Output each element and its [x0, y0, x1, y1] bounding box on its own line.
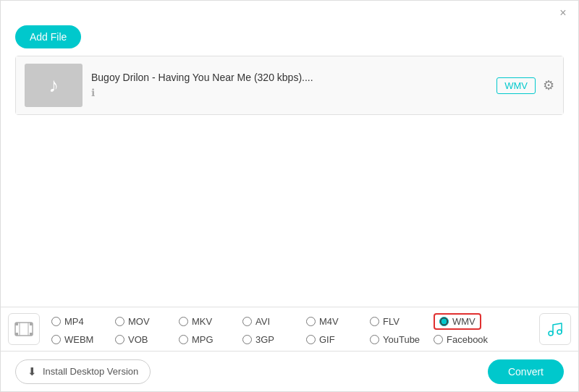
settings-icon[interactable]: ⚙ [543, 77, 554, 93]
format-option-mov[interactable]: MOV [115, 316, 179, 327]
format-option-avi[interactable]: AVI [242, 316, 306, 327]
download-icon: ⬇ [28, 365, 37, 378]
svg-point-7 [549, 331, 553, 336]
svg-rect-2 [30, 323, 33, 325]
format-option-wmv-selected[interactable]: WMV [434, 313, 481, 330]
format-option-m4v[interactable]: M4V [306, 316, 370, 327]
format-options-container: MP4 MOV MKV AVI M4V FLV WMV [51, 313, 533, 345]
action-bar: ⬇ Install Desktop Version Convert [1, 351, 578, 391]
format-option-mp4[interactable]: MP4 [51, 316, 115, 327]
main-content [1, 115, 578, 274]
film-strip-svg [14, 319, 34, 339]
toolbar: Add File [1, 22, 578, 56]
file-info: Bugoy Drilon - Having You Near Me (320 k… [83, 72, 496, 99]
format-option-facebook[interactable]: Facebook [434, 334, 497, 345]
format-option-mpg[interactable]: MPG [179, 334, 242, 345]
close-button[interactable]: × [557, 7, 570, 20]
wmv-label: WMV [452, 316, 476, 327]
install-label: Install Desktop Version [43, 366, 138, 377]
svg-rect-4 [30, 333, 33, 336]
install-button[interactable]: ⬇ Install Desktop Version [15, 359, 151, 384]
svg-point-8 [557, 330, 562, 334]
format-option-gif[interactable]: GIF [306, 334, 370, 345]
file-name: Bugoy Drilon - Having You Near Me (320 k… [91, 72, 488, 83]
file-list: ♪ Bugoy Drilon - Having You Near Me (320… [15, 56, 564, 115]
file-actions: WMV ⚙ [496, 77, 554, 94]
format-option-vob[interactable]: VOB [115, 334, 179, 345]
format-option-flv[interactable]: FLV [370, 316, 434, 327]
video-format-icon[interactable] [8, 313, 40, 345]
format-bar: MP4 MOV MKV AVI M4V FLV WMV [1, 307, 578, 351]
title-bar: × [1, 1, 578, 22]
svg-rect-3 [15, 333, 18, 336]
info-icon[interactable]: ℹ [91, 87, 95, 98]
format-option-mkv[interactable]: MKV [179, 316, 242, 327]
format-option-youtube[interactable]: YouTube [370, 334, 434, 345]
format-row-1: MP4 MOV MKV AVI M4V FLV WMV [51, 313, 533, 330]
music-note-icon: ♪ [48, 74, 59, 97]
format-row-2: WEBM VOB MPG 3GP GIF YouTube Facebook [51, 334, 533, 345]
file-thumbnail: ♪ [25, 64, 83, 107]
convert-button[interactable]: Convert [488, 359, 564, 384]
format-option-webm[interactable]: WEBM [51, 334, 115, 345]
music-icon-svg [546, 320, 564, 338]
format-option-3gp[interactable]: 3GP [242, 334, 306, 345]
file-item: ♪ Bugoy Drilon - Having You Near Me (320… [16, 56, 563, 114]
svg-rect-1 [15, 323, 18, 325]
audio-format-icon[interactable] [539, 313, 571, 345]
add-file-button[interactable]: Add File [15, 25, 81, 48]
format-badge[interactable]: WMV [496, 77, 536, 94]
